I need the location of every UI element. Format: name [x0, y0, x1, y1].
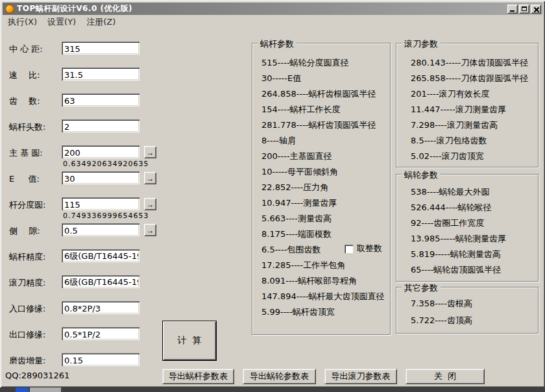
- worm-param-item: 8.175----端面模数: [261, 228, 332, 240]
- field-input-11[interactable]: [62, 301, 139, 314]
- field-input-9[interactable]: [62, 249, 139, 262]
- field-input-1[interactable]: [62, 42, 139, 55]
- field-label-8: 侧 隙:: [9, 225, 62, 237]
- round-integer-option: 取整数: [345, 243, 382, 254]
- field-input-12[interactable]: [62, 327, 139, 340]
- worm-param-item: 5.99----蜗杆齿顶宽: [261, 306, 335, 318]
- close-dialog-button[interactable]: 关 闭: [406, 369, 485, 384]
- worm-param-item: 154----蜗杆工作长度: [261, 104, 341, 116]
- hob-param-item: 5.02----滚刀齿顶宽: [411, 151, 484, 162]
- worm-param-item: 8.091----蜗杆喉部导程角: [261, 275, 357, 287]
- field-input-8[interactable]: [62, 223, 139, 236]
- arrow-button-8[interactable]: →: [144, 224, 156, 236]
- wheel-param-item: 65----蜗轮齿顶圆弧半径: [411, 264, 501, 276]
- field-input-7[interactable]: [62, 197, 139, 210]
- worm-param-item: 10-----母平面倾斜角: [261, 166, 338, 178]
- qq-label: QQ:289031261: [5, 371, 69, 380]
- field-input-6[interactable]: [62, 171, 139, 184]
- app-window: TOP蜗杆副设计V6.0 (优化版) 执行(X)设置(Y)注册(Z) 蜗杆参数 …: [0, 0, 545, 387]
- arrow-button-7[interactable]: →: [144, 198, 156, 210]
- taskbar-strip: [0, 387, 545, 392]
- round-integer-label: 取整数: [357, 243, 382, 254]
- hob-param-item: 280.143-----刀体齿顶圆弧半径: [411, 57, 528, 69]
- field-input-3[interactable]: [62, 93, 139, 106]
- hob-param-item: 8.5----滚刀包络齿数: [411, 135, 487, 147]
- hob-param-item: 7.298----滚刀测量齿高: [411, 119, 498, 131]
- arrow-button-5[interactable]: →: [144, 146, 156, 158]
- menu-item-2[interactable]: 设置(Y): [42, 16, 81, 28]
- arrow-button-6[interactable]: →: [144, 172, 156, 184]
- field-label-4: 蜗杆头数:: [9, 121, 62, 133]
- minimize-icon: [510, 10, 515, 12]
- maximize-button[interactable]: [519, 5, 529, 14]
- other-param-item: 5.722----齿顶高: [411, 315, 472, 326]
- menu-bar: 执行(X)设置(Y)注册(Z): [3, 16, 542, 29]
- group-hob-title: 滚刀参数: [402, 38, 441, 50]
- field-label-2: 速 比:: [9, 69, 62, 81]
- field-label-5: 主 基 圆:: [9, 147, 62, 159]
- export-hob-table-button[interactable]: 导出滚刀参数表: [324, 369, 397, 384]
- window-title: TOP蜗杆副设计V6.0 (优化版): [17, 3, 507, 14]
- field-input-5[interactable]: [62, 145, 139, 158]
- wheel-param-item: 526.444----蜗轮喉径: [411, 202, 492, 214]
- wheel-param-item: 92----齿圈工作宽度: [411, 217, 484, 229]
- other-param-item: 7.358----齿根高: [411, 298, 472, 310]
- calculate-button[interactable]: 计 算: [162, 321, 217, 361]
- worm-param-item: 6.5----包围齿数: [261, 244, 321, 256]
- field-label-6: E 值:: [9, 173, 62, 185]
- hob-param-item: 265.858-----刀体齿跟圆弧半径: [411, 73, 528, 84]
- field-label-7: 杆分度圆:: [9, 199, 62, 211]
- worm-param-item: 515----蜗轮分度圆直径: [261, 57, 349, 69]
- window-controls: [507, 5, 541, 14]
- group-other-params: 其它参数 7.358----齿根高5.722----齿顶高: [396, 287, 539, 334]
- worm-param-item: 5.663----测量齿高: [261, 213, 332, 225]
- worm-param-item: 8----轴肩: [261, 135, 296, 147]
- field-label-13: 磨齿增量:: [9, 355, 62, 367]
- field-label-12: 出口修缘:: [9, 329, 62, 341]
- menu-item-3[interactable]: 注册(Z): [81, 16, 121, 28]
- field-sub-value-5: 0.634920634920635: [63, 160, 149, 168]
- field-input-2[interactable]: [62, 67, 139, 80]
- title-bar[interactable]: TOP蜗杆副设计V6.0 (优化版): [3, 3, 542, 15]
- taskbar-blue-fragment: [16, 387, 29, 392]
- hob-param-item: 201----滚刀有效长度: [411, 88, 490, 100]
- app-icon: [5, 5, 14, 14]
- worm-param-item: 281.778----蜗杆齿顶圆弧半径: [261, 119, 376, 131]
- taskbar-gray-fragment: [30, 387, 61, 392]
- menu-item-1[interactable]: 执行(X): [3, 16, 42, 28]
- export-worm-table-button[interactable]: 导出蜗杆参数表: [162, 369, 234, 384]
- wheel-param-item: 538----蜗轮最大外圆: [411, 186, 490, 198]
- worm-param-item: 22.852----压力角: [261, 182, 328, 193]
- field-input-13[interactable]: [62, 353, 139, 366]
- group-other-title: 其它参数: [402, 282, 441, 294]
- round-integer-checkbox[interactable]: [345, 245, 353, 253]
- worm-param-item: 264.858----蜗杆齿根圆弧半径: [261, 88, 376, 100]
- wheel-param-item: 5.819-----蜗轮测量齿高: [411, 249, 501, 260]
- worm-param-item: 30-----E值: [261, 73, 301, 84]
- worm-param-item: 200----主基圆直径: [261, 151, 332, 162]
- group-hob-params: 滚刀参数 280.143-----刀体齿顶圆弧半径265.858-----刀体齿…: [396, 43, 539, 167]
- minimize-button[interactable]: [507, 5, 518, 14]
- close-button[interactable]: [531, 5, 541, 14]
- group-wheel-params: 蜗轮参数 538----蜗轮最大外圆526.444----蜗轮喉径92----齿…: [396, 174, 539, 282]
- worm-param-item: 17.285----工作半包角: [261, 260, 345, 271]
- group-wheel-title: 蜗轮参数: [402, 169, 441, 181]
- worm-param-item: 10.947----测量齿厚: [261, 197, 337, 209]
- field-sub-value-7: 0.749336999654653: [63, 212, 149, 220]
- field-input-10[interactable]: [62, 275, 139, 288]
- hob-param-item: 11.447-----滚刀测量齿厚: [411, 104, 506, 116]
- field-label-1: 中 心 距:: [9, 43, 62, 55]
- export-wheel-table-button[interactable]: 导出蜗轮参数表: [243, 369, 316, 384]
- field-label-10: 滚刀精度:: [9, 277, 62, 289]
- screen: TOP蜗杆副设计V6.0 (优化版) 执行(X)设置(Y)注册(Z) 蜗杆参数 …: [0, 0, 545, 392]
- field-input-4[interactable]: [62, 119, 139, 132]
- field-label-11: 入口修缘:: [9, 303, 62, 315]
- maximize-icon: [522, 6, 527, 11]
- worm-param-item: 147.894----蜗杆最大齿顶圆直径: [261, 291, 385, 302]
- wheel-param-item: 13.985-----蜗轮测量齿厚: [411, 233, 506, 245]
- group-worm-params: 蜗杆参数 515----蜗轮分度圆直径30-----E值264.858----蜗…: [252, 43, 391, 335]
- close-icon: [533, 6, 539, 12]
- group-worm-title: 蜗杆参数: [258, 38, 297, 50]
- field-label-3: 齿 数:: [9, 95, 62, 107]
- field-label-9: 蜗杆精度:: [9, 251, 62, 263]
